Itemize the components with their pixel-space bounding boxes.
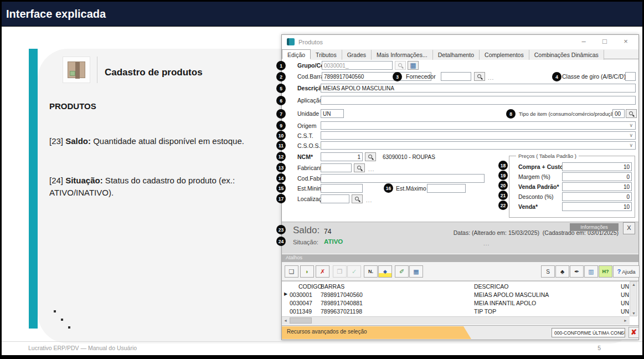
scroll-down-icon[interactable]: ▼	[632, 311, 636, 315]
estmaximo-input[interactable]	[427, 184, 466, 193]
cell-barras: 7898917040881	[321, 300, 363, 306]
cancel-selection-button[interactable]: ✘	[628, 327, 639, 338]
cell-barras: 7898917040560	[321, 291, 363, 298]
callout-3: 3	[393, 72, 402, 81]
tab-mais-informacoes[interactable]: Mais Informações...	[372, 50, 433, 60]
saldo-panel: Saldo: 74 Situação: ATIVO Datas: (Altera…	[282, 222, 638, 254]
cst-select[interactable]: ∨	[321, 131, 636, 140]
close-button[interactable]: ×	[620, 37, 632, 45]
ncm-search-button[interactable]	[365, 152, 376, 161]
item-23-description: [23] Saldo: Quantidade atual disponível …	[49, 135, 275, 147]
tab-tributos[interactable]: Tributos	[311, 50, 342, 60]
paint-button[interactable]: ◆	[378, 265, 392, 278]
table-row[interactable]: ▶ 0030001 7898917040560 MEIAS APOLO MASC…	[282, 291, 630, 300]
fabricante-search-button[interactable]	[354, 163, 365, 172]
scroll-right-icon[interactable]: ►	[624, 319, 627, 322]
informacoes-button[interactable]: Informações	[570, 223, 619, 231]
column-header-descricao[interactable]: DESCRICAO	[474, 283, 508, 290]
classe-giro-input[interactable]	[625, 72, 636, 81]
tab-edicao[interactable]: Edição	[282, 49, 311, 59]
horizontal-scrollbar[interactable]: ◄ ►	[282, 316, 630, 325]
table-row[interactable]: 0030047 7898917040881 MEIA INFANTIL APOL…	[282, 299, 630, 308]
table-row[interactable]: 0011349 7899637021198 TIP TOP UN	[282, 307, 630, 316]
scroll-up-icon[interactable]: ▲	[632, 283, 636, 286]
csosn-select[interactable]: ∨	[321, 141, 636, 150]
descricao-input[interactable]	[321, 84, 636, 93]
grupo-grid-button[interactable]: ▦	[408, 61, 419, 70]
venda-padrao-input[interactable]	[562, 182, 632, 191]
accent-bar	[29, 49, 38, 329]
tipo-item-search-button[interactable]	[626, 109, 637, 118]
unidade-input[interactable]	[321, 109, 344, 118]
consulta-dropdown[interactable]: 000-CONFORME ÚLTIMA CONSULTA ∨	[552, 328, 625, 337]
tab-combinacoes-dinamicas[interactable]: Combinações Dinâmicas	[529, 50, 604, 60]
maximize-button[interactable]: □	[599, 37, 611, 45]
aplicacao-input[interactable]	[321, 96, 636, 105]
help-label: Ajuda	[622, 269, 635, 275]
magnifier-icon	[354, 196, 360, 202]
fornecedor-search-button[interactable]	[474, 72, 485, 81]
table-button[interactable]: ▦	[409, 265, 423, 278]
leaf-icon: ♣	[560, 268, 564, 275]
help-button[interactable]: ?Ajuda	[613, 265, 640, 278]
new-document-button[interactable]: ❏	[285, 265, 298, 278]
estmaximo-label: Est.Máximo	[396, 185, 426, 192]
margem-input[interactable]	[562, 172, 632, 181]
chart-icon: ▥	[588, 268, 594, 275]
estminimo-input[interactable]	[321, 184, 363, 193]
unidade-label: Unidade	[297, 110, 319, 117]
window-titlebar[interactable]: Produtos – □ ×	[282, 35, 638, 49]
magnifier-icon	[477, 74, 483, 80]
panel-close-button[interactable]: X	[623, 222, 635, 234]
hq-icon: H?	[602, 269, 609, 274]
chart-button[interactable]: ▥	[584, 265, 598, 278]
leaf-button[interactable]: ♣	[555, 265, 569, 278]
chevron-down-icon: ∨	[629, 142, 633, 148]
open-button[interactable]: ◗	[300, 265, 314, 278]
tab-detalhamento[interactable]: Detalhamento	[433, 50, 480, 60]
column-header-un[interactable]: UN	[621, 283, 629, 290]
scroll-left-icon[interactable]: ◄	[284, 319, 287, 322]
origem-select[interactable]: ∨	[321, 121, 636, 130]
codfabrica-input[interactable]	[321, 174, 485, 183]
callout-17: 17	[276, 194, 286, 203]
hq-button[interactable]: H?	[599, 265, 612, 278]
fabricante-input[interactable]	[321, 163, 352, 172]
recursos-avancados-tab[interactable]: Recursos avançados de seleção	[282, 326, 471, 339]
tipo-item-input[interactable]	[612, 109, 625, 118]
tools-button[interactable]: ✒	[570, 265, 584, 278]
fornecedor-input[interactable]	[441, 72, 471, 81]
column-header-barras[interactable]: BARRAS	[321, 283, 344, 290]
vertical-scrollbar[interactable]: ▲ ▼	[630, 281, 637, 316]
origem-label: Origem	[297, 122, 316, 129]
tab-grades[interactable]: Grades	[342, 50, 372, 60]
s-button[interactable]: S	[541, 265, 555, 278]
pen-button[interactable]: ✐	[395, 265, 409, 278]
minimize-button[interactable]: –	[578, 37, 590, 45]
scrollbar-thumb[interactable]	[290, 317, 312, 324]
ncm-description: 63090010 - ROUPAS	[383, 154, 435, 160]
copy-button[interactable]: ❐	[333, 265, 347, 278]
callout-22: 22	[498, 201, 508, 210]
venda-input[interactable]	[562, 202, 632, 211]
callout-5: 5	[276, 84, 286, 93]
confirm-icon: ✓	[352, 268, 357, 275]
n-button[interactable]: N.	[364, 265, 378, 278]
tab-complementos[interactable]: Complementos	[480, 50, 529, 60]
localizacao-input[interactable]	[321, 194, 349, 203]
tipo-item-label: Tipo de item (consumo/comércio/produção)	[519, 111, 618, 117]
localizacao-search-button[interactable]	[352, 194, 363, 203]
divider	[97, 57, 97, 83]
table-grid-icon: ▦	[413, 268, 419, 275]
desconto-input[interactable]	[562, 192, 632, 201]
grupo-input[interactable]	[322, 61, 393, 70]
callout-9: 9	[276, 121, 286, 130]
confirm-button[interactable]: ✓	[347, 265, 361, 278]
delete-button[interactable]: ✗	[316, 265, 329, 278]
column-header-codigo[interactable]: CODIGO	[298, 283, 322, 290]
grupo-search-button[interactable]	[395, 61, 406, 70]
ncm-input[interactable]	[321, 152, 363, 161]
precos-title: Preços ( Tabela Padrão )	[516, 153, 579, 159]
slide: Interface explicada Cadastro de produtos…	[2, 2, 642, 355]
compra-custos-input[interactable]	[562, 162, 632, 171]
